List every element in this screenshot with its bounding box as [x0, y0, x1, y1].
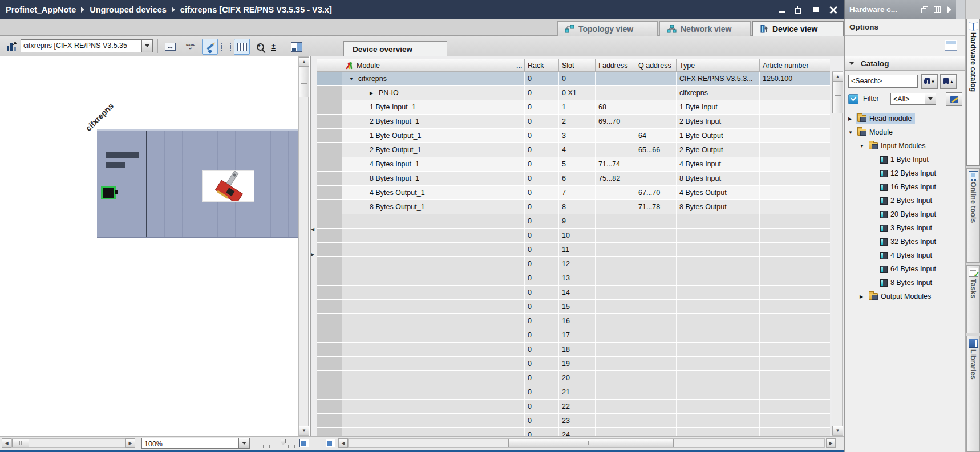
search-up-button[interactable]: ▲ — [940, 74, 957, 89]
search-input[interactable]: <Search> — [848, 75, 918, 88]
column-header-article-number[interactable]: Article number — [760, 59, 830, 72]
collapse-icon[interactable]: ▼ — [860, 144, 868, 149]
expand-icon[interactable]: ▶ — [370, 91, 379, 96]
zoom-button[interactable] — [253, 39, 267, 55]
side-tab-tasks[interactable]: Tasks — [966, 265, 980, 333]
column-header-type[interactable]: Type — [677, 59, 760, 72]
breadcrumb-project[interactable]: Profinet_AppNote — [6, 5, 76, 14]
expand-icon[interactable]: ▶ — [860, 294, 868, 299]
canvas-horizontal-scrollbar[interactable] — [11, 438, 125, 448]
table-row[interactable]: 021 — [317, 385, 830, 400]
scroll-down-button[interactable]: ▼ — [832, 426, 843, 435]
breadcrumb-ungrouped-devices[interactable]: Ungrouped devices — [90, 5, 167, 14]
tab-network-view[interactable]: Network view — [659, 21, 751, 36]
table-horizontal-scrollbar[interactable] — [348, 438, 825, 448]
scrollbar-thumb[interactable] — [508, 439, 674, 447]
device-selector-dropdown-button[interactable] — [141, 39, 153, 52]
scroll-left-button[interactable]: ◀ — [2, 438, 11, 448]
zoom-dropdown-button[interactable] — [238, 438, 250, 449]
side-tab-online-tools[interactable]: Online tools — [966, 168, 980, 263]
column-header-slot[interactable]: Slot — [559, 59, 596, 72]
search-down-button[interactable]: ▼ — [921, 74, 938, 89]
catalog-tree-item[interactable]: 8 Bytes Input — [845, 276, 965, 290]
collapse-left-icon[interactable]: ◀ — [311, 227, 314, 232]
scroll-up-button[interactable]: ▲ — [832, 72, 843, 82]
scroll-left-button[interactable]: ◀ — [338, 438, 348, 448]
show-names-button[interactable]: NAME↵ — [183, 39, 199, 55]
table-row[interactable]: 020 — [317, 371, 830, 385]
table-row[interactable]: 011 — [317, 243, 830, 257]
profile-select[interactable]: <All> — [890, 93, 936, 105]
table-row[interactable]: 1 Byte Input_101681 Byte Input — [317, 100, 830, 115]
measure-width-button[interactable]: ↔ — [162, 39, 178, 55]
ethernet-port-icon[interactable] — [101, 186, 116, 199]
float-panel-icon[interactable] — [921, 6, 928, 13]
table-row[interactable]: 023 — [317, 414, 830, 428]
close-icon[interactable] — [829, 6, 837, 14]
table-row[interactable]: 017 — [317, 328, 830, 343]
restore-icon[interactable] — [795, 6, 803, 14]
table-row[interactable]: 4 Bytes Output_10767...704 Bytes Output — [317, 186, 830, 200]
side-tab-libraries[interactable]: Libraries — [966, 336, 980, 452]
device-navigation-button[interactable] — [3, 39, 19, 55]
table-row[interactable]: 015 — [317, 300, 830, 314]
split-editor-button[interactable] — [289, 39, 305, 55]
filter-checkbox[interactable] — [848, 94, 858, 104]
catalog-tree-item[interactable]: 64 Bytes Input — [845, 262, 965, 276]
maximize-icon[interactable] — [812, 6, 820, 14]
table-row[interactable]: 012 — [317, 257, 830, 271]
scroll-down-button[interactable]: ▼ — [299, 426, 309, 435]
tab-device-overview[interactable]: Device overview — [343, 41, 447, 56]
fit-view-button[interactable]: ± — [267, 39, 280, 55]
scroll-right-button[interactable]: ▶ — [826, 438, 836, 448]
scroll-right-button[interactable]: ▶ — [125, 438, 135, 448]
catalog-tree-item[interactable]: 2 Bytes Input — [845, 194, 965, 207]
device-canvas[interactable]: cifxrepns ▲ ▼ — [0, 56, 311, 436]
table-row[interactable]: 014 — [317, 286, 830, 300]
table-row[interactable]: 8 Bytes Output_10871...788 Bytes Output — [317, 200, 830, 214]
zoom-level-select[interactable]: 100% — [141, 438, 250, 449]
embed-pane-icon[interactable] — [326, 439, 335, 447]
show-overview-table-button[interactable] — [234, 39, 250, 55]
table-row[interactable]: 1 Byte Output_103641 Byte Output — [317, 129, 830, 143]
side-tab-hardware-catalog[interactable]: Hardware catalog — [966, 19, 980, 166]
table-row[interactable]: 016 — [317, 314, 830, 328]
scroll-up-button[interactable]: ▲ — [299, 57, 309, 67]
table-row[interactable]: ▼cifxrepns00CIFX RE/PNS V3.5.3...1250.10… — [317, 72, 830, 86]
scrollbar-thumb[interactable] — [832, 82, 843, 113]
catalog-section-header[interactable]: Catalog — [845, 56, 965, 71]
options-section-header[interactable]: Options — [845, 19, 965, 36]
device-selector[interactable]: cifxrepns [CIFX RE/PNS V3.5.35 — [21, 39, 153, 52]
table-row[interactable]: 4 Bytes Input_10571...744 Bytes Input — [317, 157, 830, 172]
collapse-panel-icon[interactable] — [947, 6, 951, 13]
table-row[interactable]: 022 — [317, 400, 830, 414]
catalog-tree-item[interactable]: 32 Bytes Input — [845, 235, 965, 249]
table-vertical-scrollbar[interactable]: ▲ ▼ — [832, 71, 843, 436]
catalog-tree-item[interactable]: ▶Head module — [845, 112, 965, 125]
catalog-tree-item[interactable]: 4 Bytes Input — [845, 249, 965, 262]
table-row[interactable]: 09 — [317, 214, 830, 229]
table-row[interactable]: 019 — [317, 357, 830, 371]
embed-pane-icon[interactable] — [299, 439, 309, 447]
catalog-tree-item[interactable]: 16 Bytes Input — [845, 180, 965, 194]
table-row[interactable]: 018 — [317, 343, 830, 357]
collapse-right-icon[interactable]: ▶ — [311, 253, 314, 257]
catalog-tree-item[interactable]: 12 Bytes Input — [845, 166, 965, 180]
table-row[interactable]: 013 — [317, 271, 830, 286]
catalog-tree-item[interactable]: ▶Output Modules — [845, 290, 965, 303]
canvas-vertical-scrollbar[interactable]: ▲ ▼ — [298, 56, 309, 436]
open-window-icon[interactable] — [945, 40, 957, 51]
scrollbar-thumb[interactable] — [12, 439, 29, 447]
expand-icon[interactable]: ▶ — [848, 116, 856, 121]
tab-topology-view[interactable]: Topology view — [557, 21, 658, 36]
profile-settings-button[interactable] — [946, 92, 962, 106]
scrollbar-thumb[interactable] — [299, 67, 309, 97]
breadcrumb-device[interactable]: cifxrepns [CIFX RE/PNS V3.5.35 - V3.x] — [180, 5, 332, 14]
collapse-icon[interactable]: ▼ — [848, 130, 856, 135]
dock-panel-icon[interactable] — [934, 6, 941, 13]
column-header-module[interactable]: Module — [342, 59, 513, 72]
show-grid-button[interactable] — [218, 39, 234, 55]
table-row[interactable]: 2 Byte Output_10465...662 Byte Output — [317, 143, 830, 157]
table-row[interactable]: ▶PN-IO00 X1cifxrepns — [317, 86, 830, 100]
column-header-qaddress[interactable]: Q address — [635, 59, 677, 72]
